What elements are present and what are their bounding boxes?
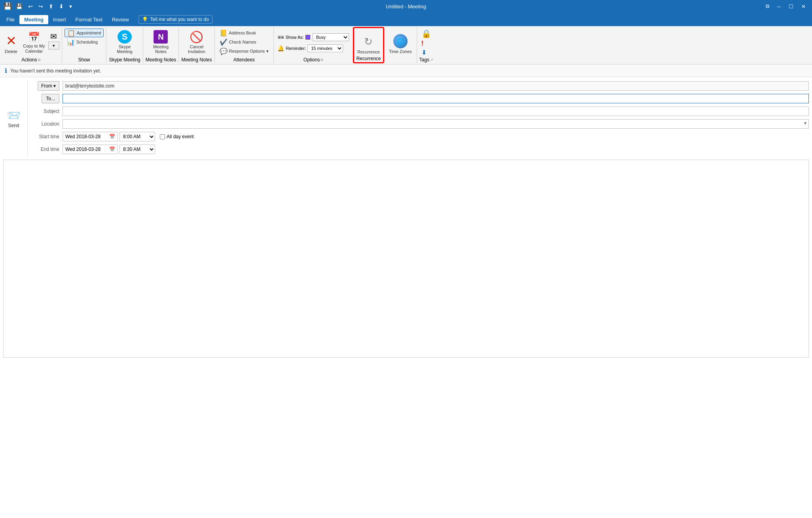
- subject-field[interactable]: [63, 107, 809, 116]
- menu-insert[interactable]: Insert: [48, 15, 71, 24]
- end-date-picker[interactable]: Wed 2018-03-28 📅: [63, 145, 118, 154]
- start-date-value: Wed 2018-03-28: [65, 134, 101, 139]
- show-as-select[interactable]: Busy Free Tentative Out of Office: [313, 33, 349, 41]
- options-expand-icon[interactable]: ⧉: [321, 58, 323, 62]
- start-calendar-icon[interactable]: 📅: [109, 134, 115, 139]
- qat-dropdown[interactable]: ▾: [68, 2, 74, 10]
- importance-high-icon[interactable]: !: [420, 40, 433, 48]
- end-calendar-icon[interactable]: 📅: [109, 147, 115, 152]
- from-label: From: [41, 83, 52, 89]
- all-day-checkbox[interactable]: [160, 134, 165, 139]
- scheduling-label: Scheduling: [76, 40, 98, 44]
- from-button[interactable]: From ▾: [38, 81, 59, 91]
- tell-me-input[interactable]: 💡 Tell me what you want to do: [138, 15, 212, 24]
- copy-to-my-calendar-button[interactable]: 📅 Copy to MyCalendar: [21, 29, 47, 55]
- busy-color-box: [305, 35, 310, 40]
- forward-dropdown-btn[interactable]: ▾: [48, 42, 59, 50]
- attendees-label: Attendees: [217, 57, 271, 63]
- from-row: From ▾: [31, 80, 809, 91]
- maximize-alt-button[interactable]: ⧉: [763, 2, 772, 10]
- appointment-button[interactable]: 📋 Appointment: [65, 29, 104, 37]
- menu-bar: File Meeting Insert Format Text Review 💡…: [0, 13, 812, 26]
- ribbon-group-show: 📋 Appointment 📊 Scheduling Show: [62, 27, 107, 63]
- send-panel: 📨 Send: [0, 80, 28, 156]
- subject-label: Subject: [31, 109, 63, 114]
- check-names-icon: ✔️: [220, 38, 228, 46]
- scheduling-button[interactable]: 📊 Scheduling: [65, 38, 104, 46]
- appointment-label: Appointment: [77, 30, 101, 35]
- response-options-icon: 💬: [220, 48, 228, 55]
- cancel-content: 🚫 CancelInvitation: [186, 29, 208, 57]
- message-body[interactable]: [3, 160, 809, 358]
- minimize-button[interactable]: ─: [774, 3, 784, 10]
- importance-low-icon[interactable]: ⬇: [420, 48, 433, 57]
- title-bar-left: 💾 💾 ↩ ↪ ⬆ ⬇ ▾: [3, 2, 74, 11]
- actions-expand-icon[interactable]: ⧉: [38, 58, 40, 62]
- location-label: Location: [31, 121, 63, 127]
- cancel-invitation-button[interactable]: 🚫 CancelInvitation: [186, 29, 208, 55]
- fields-area: From ▾ To... Subject Location: [28, 80, 812, 156]
- menu-format-text[interactable]: Format Text: [71, 15, 107, 24]
- skype-meeting-button[interactable]: S SkypeMeeting: [115, 29, 135, 55]
- skype-group-label: Skype Meeting: [109, 57, 140, 63]
- qat-download[interactable]: ⬇: [57, 2, 65, 10]
- qat-undo[interactable]: ↩: [27, 2, 34, 10]
- reminder-row: 🔔 Reminder: 15 minutes None 5 minutes 30…: [277, 44, 343, 53]
- form-area: 📨 Send From ▾ To... Subj: [0, 77, 812, 160]
- address-book-button[interactable]: 📒 Address Book: [217, 29, 271, 37]
- start-date-picker[interactable]: Wed 2018-03-28 📅: [63, 132, 118, 141]
- skype-label-grp: Skype Meeting: [109, 57, 140, 63]
- ribbon-group-cancel: 🚫 CancelInvitation Meeting Notes: [179, 27, 214, 63]
- delete-icon: ✕: [6, 33, 17, 48]
- time-zones-button[interactable]: 🌐 Time Zones: [387, 29, 414, 55]
- cancel-label: CancelInvitation: [188, 44, 205, 54]
- location-dropdown-icon[interactable]: ▾: [804, 120, 806, 126]
- check-names-button[interactable]: ✔️ Check Names: [217, 38, 271, 46]
- location-field[interactable]: [63, 119, 809, 129]
- ribbon-group-recurrence: ↻ Recurrence Recurrence: [353, 27, 384, 63]
- menu-file[interactable]: File: [2, 15, 19, 24]
- reminder-label: Reminder:: [286, 46, 306, 51]
- to-field[interactable]: [63, 94, 809, 103]
- attendees-label-text: Attendees: [233, 57, 255, 63]
- end-time-label: End time: [31, 147, 63, 152]
- qat-save[interactable]: 💾: [14, 2, 24, 10]
- tags-expand-icon[interactable]: ↗: [430, 58, 433, 62]
- from-field[interactable]: [63, 81, 809, 91]
- info-text: You haven't sent this meeting invitation…: [10, 68, 101, 74]
- send-button[interactable]: 📨 Send: [4, 107, 23, 131]
- cancel-icon: 🚫: [190, 30, 204, 44]
- cancel-group-label: Meeting Notes: [181, 57, 212, 63]
- end-time-row: End time Wed 2018-03-28 📅 8:30 AM 9:00 A…: [31, 144, 809, 155]
- meeting-notes-label: MeetingNotes: [153, 44, 169, 54]
- recurrence-button[interactable]: ↻ Recurrence: [355, 29, 382, 56]
- start-time-select[interactable]: 8:00 AM 8:30 AM 9:00 AM: [120, 132, 155, 141]
- copy-cal-icon: 📅: [28, 32, 40, 43]
- restore-button[interactable]: ☐: [785, 3, 797, 10]
- timezones-content: 🌐 Time Zones: [387, 29, 414, 63]
- lock-icon[interactable]: 🔒: [420, 29, 433, 39]
- end-time-select[interactable]: 8:30 AM 9:00 AM 9:30 AM: [120, 145, 155, 154]
- meeting-notes-button[interactable]: N MeetingNotes: [151, 29, 171, 55]
- to-button[interactable]: To...: [42, 94, 59, 103]
- skype-label: SkypeMeeting: [117, 44, 133, 54]
- attendees-content: 📒 Address Book ✔️ Check Names 💬 Response…: [217, 29, 271, 57]
- all-day-label[interactable]: All day event: [160, 134, 194, 139]
- delete-button[interactable]: ✕ Delete: [2, 29, 20, 55]
- show-label-text: Show: [78, 57, 90, 63]
- globe-icon: 🌐: [393, 34, 408, 48]
- qat-redo[interactable]: ↪: [37, 2, 45, 10]
- send-label: Send: [8, 123, 19, 128]
- delete-label: Delete: [5, 49, 17, 54]
- menu-review[interactable]: Review: [107, 15, 134, 24]
- response-options-button[interactable]: 💬 Response Options ▾: [217, 47, 271, 55]
- window-controls: ⧉ ─ ☐ ✕: [763, 2, 809, 10]
- actions-label: Actions ⧉: [2, 57, 59, 63]
- qat-upload[interactable]: ⬆: [47, 2, 55, 10]
- subject-row: Subject: [31, 106, 809, 117]
- close-button[interactable]: ✕: [798, 3, 809, 10]
- meeting-notes-label-grp: Meeting Notes: [146, 57, 176, 63]
- menu-meeting[interactable]: Meeting: [19, 15, 48, 24]
- reminder-select[interactable]: 15 minutes None 5 minutes 30 minutes 1 h…: [307, 44, 343, 52]
- tell-me-text: Tell me what you want to do: [150, 17, 209, 22]
